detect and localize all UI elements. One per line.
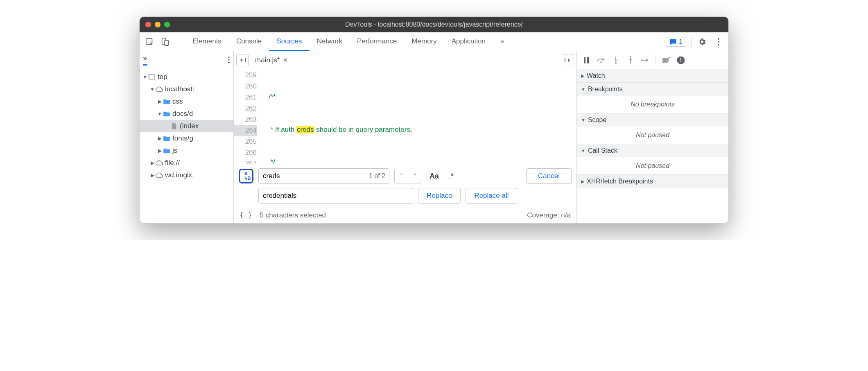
toolbar-right: 1 — [666, 36, 724, 48]
main-area: » ▼ top ▼ localhost: ▶ — [140, 51, 728, 223]
inspect-element-icon[interactable] — [144, 36, 155, 48]
match-case-toggle[interactable]: Aa — [427, 172, 441, 181]
tree-js[interactable]: ▶ js — [140, 145, 233, 157]
tree-file[interactable]: ▶ file:// — [140, 157, 233, 169]
file-icon — [170, 123, 178, 129]
tab-network[interactable]: Network — [310, 32, 350, 51]
device-toggle-icon[interactable] — [159, 36, 171, 48]
svg-point-6 — [228, 57, 230, 58]
svg-rect-2 — [165, 40, 168, 45]
replace-input[interactable] — [258, 188, 413, 204]
search-match: creds — [296, 126, 314, 133]
find-prev-button[interactable]: ˄ — [394, 169, 408, 183]
tree-fonts[interactable]: ▶ fonts/g — [140, 132, 233, 145]
window-title: DevTools - localhost:8080/docs/devtools/… — [345, 21, 523, 28]
replace-all-button[interactable]: Replace all — [466, 188, 517, 204]
panel-tabs: Elements Console Sources Network Perform… — [185, 32, 662, 51]
scope-panel[interactable]: ▼Scope Not paused — [577, 113, 728, 144]
history-forward-icon[interactable] — [562, 54, 574, 66]
callstack-panel[interactable]: ▼Call Stack Not paused — [577, 144, 728, 175]
cancel-button[interactable]: Cancel — [526, 168, 572, 184]
kebab-menu-icon[interactable] — [713, 36, 724, 48]
watch-panel[interactable]: ▶Watch — [577, 69, 728, 83]
issues-count: 1 — [679, 38, 683, 45]
selection-status: 5 characters selected — [260, 211, 326, 219]
step-over-icon[interactable] — [596, 55, 606, 66]
settings-icon[interactable] — [696, 36, 708, 48]
tree-host[interactable]: ▼ localhost: — [140, 83, 233, 95]
step-into-icon[interactable] — [610, 55, 621, 66]
folder-icon — [163, 111, 171, 117]
editor-column: main.js* ✕ 259 260 261 262 263 264 265 2… — [234, 51, 577, 223]
svg-point-14 — [600, 61, 602, 63]
toolbar-divider — [175, 36, 175, 48]
toggle-replace-icon[interactable]: A↳B — [239, 169, 253, 183]
cloud-icon — [155, 86, 163, 92]
tab-sources[interactable]: Sources — [269, 32, 309, 51]
svg-point-17 — [641, 59, 643, 61]
status-bar: { } 5 characters selected Coverage: n/a — [234, 207, 576, 223]
pause-on-exceptions-icon[interactable] — [676, 55, 686, 66]
pause-icon[interactable] — [581, 55, 592, 66]
find-replace-bar: A↳B 1 of 2 ˄ ˅ Aa .* Cancel — [234, 164, 576, 207]
file-tree: ▼ top ▼ localhost: ▶ css ▼ docs/ — [140, 69, 233, 183]
history-back-icon[interactable] — [236, 54, 249, 66]
tab-memory[interactable]: Memory — [404, 32, 444, 51]
svg-rect-10 — [245, 58, 246, 62]
issues-icon — [669, 38, 677, 45]
svg-rect-11 — [565, 58, 565, 62]
navigator-menu-icon[interactable] — [228, 56, 230, 63]
svg-rect-9 — [149, 75, 155, 79]
coverage-status: Coverage: n/a — [527, 211, 571, 219]
tab-console[interactable]: Console — [229, 32, 269, 51]
xhr-breakpoints-panel[interactable]: ▶XHR/fetch Breakpoints — [577, 175, 728, 188]
svg-rect-13 — [587, 57, 589, 63]
breakpoints-panel[interactable]: ▼Breakpoints No breakpoints — [577, 83, 728, 113]
step-icon[interactable] — [640, 55, 651, 66]
code-editor[interactable]: 259 260 261 262 263 264 265 266 267 /** … — [234, 69, 576, 164]
svg-rect-20 — [680, 58, 681, 61]
zoom-window-button[interactable] — [164, 22, 170, 27]
editor-tabs: main.js* ✕ — [234, 51, 576, 69]
tabs-overflow-icon[interactable]: » — [493, 32, 511, 51]
navigator-tabs-overflow-icon[interactable]: » — [143, 54, 147, 66]
svg-point-5 — [718, 44, 719, 45]
devtools-window: DevTools - localhost:8080/docs/devtools/… — [139, 16, 729, 224]
titlebar: DevTools - localhost:8080/docs/devtools/… — [140, 17, 728, 32]
folder-icon — [163, 99, 171, 104]
cloud-icon — [155, 160, 163, 166]
tab-application[interactable]: Application — [444, 32, 493, 51]
regex-toggle[interactable]: .* — [446, 172, 456, 181]
match-count: 1 of 2 — [369, 168, 385, 184]
tab-performance[interactable]: Performance — [350, 32, 404, 51]
tree-css[interactable]: ▶ css — [140, 95, 233, 108]
traffic-lights — [145, 22, 170, 27]
toolbar-divider — [691, 36, 692, 48]
debug-controls — [577, 51, 728, 69]
pretty-print-icon[interactable]: { } — [240, 211, 252, 219]
navigator-head: » — [140, 51, 233, 69]
tree-top[interactable]: ▼ top — [140, 71, 233, 83]
tree-wd[interactable]: ▶ wd.imgix. — [140, 169, 233, 181]
folder-icon — [163, 136, 171, 141]
svg-point-15 — [615, 62, 617, 64]
step-out-icon[interactable] — [625, 55, 636, 66]
folder-icon — [163, 148, 171, 154]
tab-elements[interactable]: Elements — [185, 32, 229, 51]
svg-rect-21 — [680, 61, 681, 62]
tree-docs[interactable]: ▼ docs/d — [140, 108, 233, 120]
svg-point-7 — [228, 59, 230, 61]
tree-index[interactable]: (index — [140, 120, 233, 132]
deactivate-breakpoints-icon[interactable] — [661, 55, 671, 66]
replace-button[interactable]: Replace — [418, 188, 461, 204]
svg-point-8 — [228, 62, 230, 63]
svg-rect-12 — [584, 57, 585, 63]
minimize-window-button[interactable] — [155, 22, 160, 27]
issues-badge[interactable]: 1 — [666, 37, 686, 47]
close-tab-icon[interactable]: ✕ — [283, 57, 288, 64]
toolbar: Elements Console Sources Network Perform… — [140, 32, 728, 51]
file-tab-main-js[interactable]: main.js* ✕ — [253, 56, 291, 64]
close-window-button[interactable] — [145, 22, 151, 27]
code-body[interactable]: /** * If auth creds should be in query p… — [261, 69, 576, 164]
find-next-button[interactable]: ˅ — [408, 169, 422, 183]
